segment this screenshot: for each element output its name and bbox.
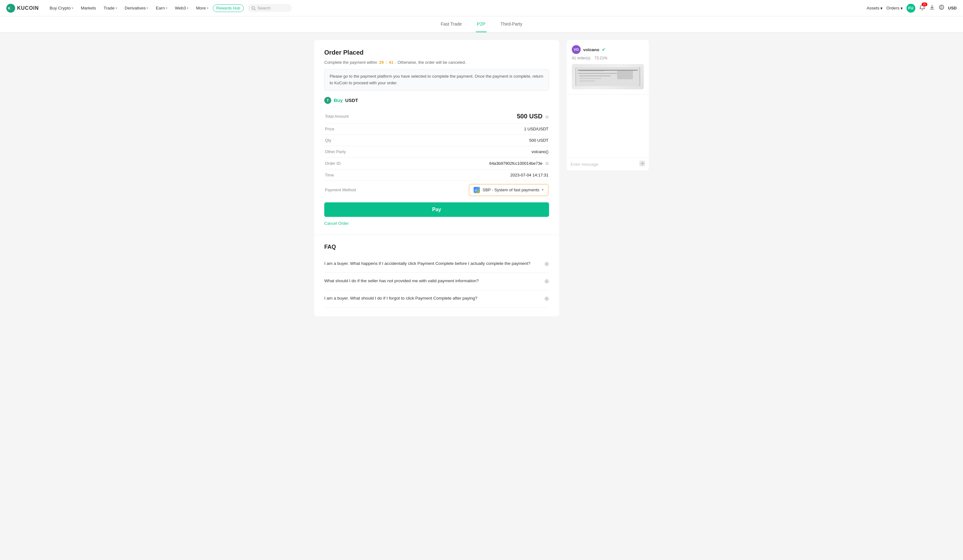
order-details-table: Total Amount 500 USD ⧉ Price 1 USD/USDT …: [324, 109, 549, 200]
search-icon: [251, 6, 256, 10]
order-title: Order Placed: [324, 49, 549, 56]
svg-text:S: S: [475, 189, 477, 191]
nav-item-markets[interactable]: Markets: [78, 4, 99, 12]
chat-input[interactable]: [571, 162, 637, 167]
notification-badge: 15: [922, 3, 927, 6]
verified-icon: ✔: [602, 47, 606, 52]
assets-button[interactable]: Assets ▾: [867, 6, 883, 11]
seller-card: VO volcano ✔ 41 order(s) 73.21%: [567, 40, 649, 94]
orders-button[interactable]: Orders ▾: [886, 6, 902, 11]
payment-details-svg: [575, 67, 640, 86]
nav-item-trade[interactable]: Trade ▾: [101, 4, 120, 12]
chevron-down-icon: ▾: [166, 6, 167, 10]
chevron-down-icon: ▾: [187, 6, 188, 10]
nav-label-markets: Markets: [81, 6, 96, 10]
nav-item-more[interactable]: More ▾: [193, 4, 212, 12]
faq-question-3: I am a buyer. What should I do if I forg…: [324, 295, 477, 301]
logo[interactable]: K KUCOIN: [6, 4, 39, 13]
payment-chevron-icon: ▾: [542, 188, 544, 192]
pay-button[interactable]: Pay: [324, 202, 549, 217]
buy-text: Buy: [334, 97, 342, 103]
cancel-order-link[interactable]: Cancel Order: [324, 221, 349, 226]
nav-label-buy-crypto: Buy Crypto: [50, 6, 71, 10]
chevron-down-icon: ▾: [146, 6, 148, 10]
currency-selector[interactable]: USD: [948, 6, 957, 10]
total-amount-row: Total Amount 500 USD ⧉: [325, 110, 548, 123]
tab-p2p[interactable]: P2P: [476, 16, 486, 32]
tab-third-party[interactable]: Third-Party: [499, 16, 524, 32]
nav-label-web3: Web3: [175, 6, 186, 10]
send-icon[interactable]: [639, 161, 645, 168]
chat-input-row: [567, 158, 649, 170]
seller-panel: VO volcano ✔ 41 order(s) 73.21%: [567, 40, 649, 316]
user-avatar[interactable]: FU: [906, 4, 915, 13]
timer-prefix: Complete the payment within: [324, 60, 377, 65]
svg-text:K: K: [8, 6, 11, 10]
seller-orders-count: 41 order(s): [572, 56, 590, 60]
svg-rect-10: [579, 76, 611, 76]
chevron-down-icon: ▾: [115, 6, 117, 10]
svg-rect-11: [579, 78, 601, 79]
tether-icon: T: [324, 97, 331, 104]
search-box[interactable]: Search: [248, 4, 292, 12]
info-text: Please go to the payment platform you ha…: [330, 74, 543, 85]
send-message-icon: [639, 161, 645, 167]
seller-completion-rate: 73.21%: [595, 56, 608, 60]
download-icon: [929, 5, 935, 10]
nav-label-more: More: [196, 6, 206, 10]
copy-order-id-icon[interactable]: ⧉: [546, 161, 548, 166]
payment-method-selector[interactable]: S SBP - System of fast payments ▾: [469, 184, 548, 196]
notifications-button[interactable]: 15: [919, 5, 926, 12]
order-id-label: Order ID: [325, 161, 341, 166]
faq-expand-icon-2: ⊕: [544, 278, 549, 285]
timer-minutes: 29: [379, 60, 384, 65]
chat-messages: [567, 95, 649, 158]
order-left-wrapper: Order Placed Complete the payment within…: [314, 40, 559, 316]
nav-item-derivatives[interactable]: Derivatives ▾: [122, 4, 152, 12]
nav-item-buy-crypto[interactable]: Buy Crypto ▾: [46, 4, 76, 12]
info-box: Please go to the payment platform you ha…: [324, 69, 549, 91]
nav-item-earn[interactable]: Earn ▾: [152, 4, 170, 12]
faq-item-2[interactable]: What should I do if the seller has not p…: [324, 273, 549, 290]
nav-item-web3[interactable]: Web3 ▾: [172, 4, 192, 12]
faq-item-1[interactable]: I am a buyer. What happens if I accident…: [324, 256, 549, 273]
seller-wrapper: VO volcano ✔ 41 order(s) 73.21%: [567, 40, 649, 170]
faq-item-3[interactable]: I am a buyer. What should I do if I forg…: [324, 290, 549, 308]
faq-question-1: I am a buyer. What happens if I accident…: [324, 261, 530, 267]
timer-colon: :: [386, 60, 387, 65]
svg-rect-13: [617, 70, 633, 79]
other-party-value: volcano(): [532, 149, 548, 154]
price-label: Price: [325, 126, 334, 131]
tab-fast-trade[interactable]: Fast Trade: [439, 16, 463, 32]
copy-total-icon[interactable]: ⧉: [546, 115, 548, 119]
qty-row: Qty 500 USDT: [325, 135, 548, 146]
rewards-hub-button[interactable]: Rewards Hub: [213, 5, 244, 12]
svg-rect-12: [579, 81, 595, 81]
other-party-label: Other Party: [325, 149, 346, 154]
chevron-down-icon: ▾: [880, 6, 882, 11]
payment-method-row: Payment Method: [325, 181, 548, 199]
seller-name: volcano: [583, 47, 599, 52]
download-button[interactable]: [929, 5, 935, 12]
language-button[interactable]: [939, 5, 944, 12]
faq-section: FAQ I am a buyer. What happens if I acci…: [314, 235, 559, 316]
svg-point-0: [6, 4, 15, 13]
timer-suffix: . Otherwise, the order will be canceled.: [395, 60, 466, 65]
search-placeholder: Search: [258, 6, 271, 10]
order-panel: Order Placed Complete the payment within…: [314, 40, 559, 235]
sbp-logo-icon: S: [475, 188, 479, 192]
chevron-down-icon: ▾: [900, 6, 903, 11]
nav-label-earn: Earn: [156, 6, 165, 10]
logo-text: KUCOIN: [17, 5, 39, 11]
chevron-down-icon: ▾: [72, 6, 73, 10]
time-label: Time: [325, 173, 334, 177]
svg-rect-8: [579, 70, 605, 71]
time-value: 2023-07-04 14:17:31: [510, 173, 548, 177]
seller-payment-screenshot: [572, 64, 644, 89]
seller-avatar: VO: [572, 45, 580, 54]
payment-screenshot-image: [575, 67, 640, 86]
order-id-value: 64a3b97902fcc100014be73e: [490, 161, 542, 166]
faq-expand-icon-1: ⊕: [544, 261, 549, 267]
nav-label-derivatives: Derivatives: [125, 6, 146, 10]
faq-question-2: What should I do if the seller has not p…: [324, 278, 479, 284]
